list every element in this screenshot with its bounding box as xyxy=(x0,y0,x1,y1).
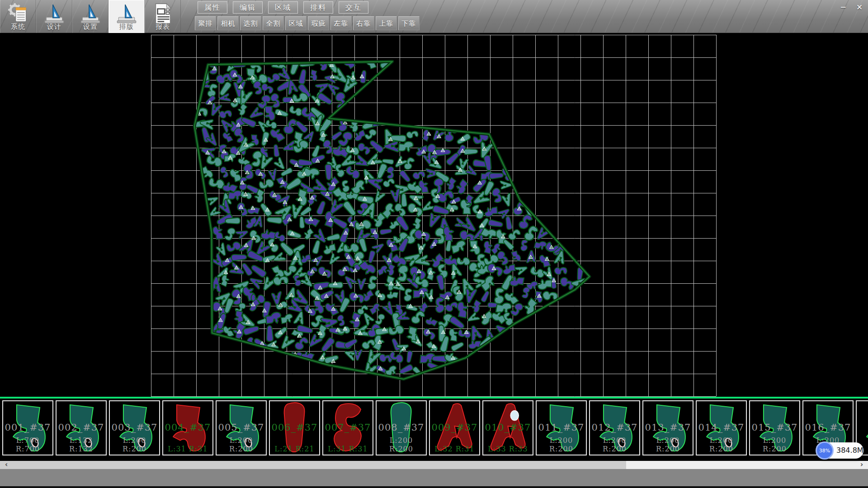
tool-align-top[interactable]: 上靠 xyxy=(376,16,397,30)
horizontal-scrollbar[interactable]: ‹ › xyxy=(0,461,868,469)
tool-bar: 聚排相机选割全割区域瑕疵左靠右靠上靠下靠 xyxy=(195,16,420,31)
tab-label: 设计 xyxy=(47,23,61,31)
thumbnail-cell-002_#37[interactable]: 002_#37L:132 R:132 xyxy=(56,400,107,455)
progress-badge: 38% 384.8M xyxy=(816,442,863,459)
tool-select-cut[interactable]: 选割 xyxy=(240,16,261,30)
piece-lr-count: L:132 R:132 xyxy=(57,436,106,453)
title-toolbar: 系统设计设置排版报表 属性编辑区域排料交互 聚排相机选割全割区域瑕疵左靠右靠上靠… xyxy=(0,0,868,33)
tool-cut-all[interactable]: 全割 xyxy=(263,16,284,30)
thumbnail-cell-015_#37[interactable]: 015_#37L:200 R:200 xyxy=(749,400,800,455)
thumbnail-cell-009_#37[interactable]: 009_#37L:32 R:31 xyxy=(429,400,480,455)
piece-lr-count: L:200 R:200 xyxy=(643,436,693,453)
tab-settings[interactable]: 设置 xyxy=(72,0,108,33)
menu-bar: 属性编辑区域排料交互 xyxy=(198,1,368,14)
tool-camera[interactable]: 相机 xyxy=(217,16,239,30)
tab-label: 报表 xyxy=(156,23,170,31)
system-icon xyxy=(7,2,29,23)
piece-lr-count: L:21 R:21 xyxy=(270,445,319,453)
application-window: 系统设计设置排版报表 属性编辑区域排料交互 聚排相机选割全割区域瑕疵左靠右靠上靠… xyxy=(0,0,868,488)
report-icon xyxy=(151,2,174,23)
thumbnail-cell-014_#37[interactable]: 014_#37L:200 R:200 xyxy=(696,400,747,455)
piece-lr-count: L:32 R:31 xyxy=(430,445,479,453)
tab-layout[interactable]: 排版 xyxy=(108,0,145,33)
thumbnail-cell-011_#37[interactable]: 011_#37L:200 R:200 xyxy=(536,400,587,455)
piece-lr-count: L:31 R:31 xyxy=(323,445,373,453)
thumbnail-cell-007_#37[interactable]: 007_#37L:31 R:31 xyxy=(322,400,373,455)
thumbnail-cell-008_#37[interactable]: 008_#37L:200 R:200 xyxy=(376,400,427,455)
piece-lr-count: L:200 R:200 xyxy=(110,436,159,453)
tab-label: 系统 xyxy=(11,23,25,31)
tool-align-bottom[interactable]: 下靠 xyxy=(398,16,420,30)
piece-id: 009_#37 xyxy=(430,422,479,433)
piece-lr-count: L:200 R:200 xyxy=(377,436,426,453)
main-tab-bar: 系统设计设置排版报表 xyxy=(0,0,181,33)
thumbnail-cell-004_#37[interactable]: 004_#37L:31 R:31 xyxy=(162,400,213,455)
tool-align-right[interactable]: 右靠 xyxy=(353,16,374,30)
piece-lr-count: L:700 R:700 xyxy=(3,436,52,453)
piece-lr-count: L:31 R:31 xyxy=(163,445,212,453)
tool-align-left[interactable]: 左靠 xyxy=(330,16,352,30)
piece-lr-count: L:200 R:200 xyxy=(537,436,586,453)
piece-id: 005_#37 xyxy=(217,422,266,433)
menu-attributes[interactable]: 属性 xyxy=(198,1,227,14)
window-controls: ─ ✕ xyxy=(836,1,866,13)
thumbnail-cell-005_#37[interactable]: 005_#37L:200 R:200 xyxy=(216,400,267,455)
square-icon xyxy=(43,2,66,23)
piece-id: 016_#37 xyxy=(803,422,853,433)
tab-report[interactable]: 报表 xyxy=(145,0,181,33)
piece-id: 013_#37 xyxy=(643,422,693,433)
piece-lr-count: L:200 R:200 xyxy=(697,436,746,453)
piece-lr-count: L:200 R:200 xyxy=(750,436,799,453)
thumbnail-cell-010_#37[interactable]: 010_#37L:33 R:33 xyxy=(482,400,533,455)
thumbnail-cell-006_#37[interactable]: 006_#37L:21 R:21 xyxy=(269,400,320,455)
memory-usage: 384.8M xyxy=(836,442,863,459)
piece-lr-count: L:200 R:200 xyxy=(217,436,266,453)
piece-id: 002_#37 xyxy=(57,422,106,433)
menu-region[interactable]: 区域 xyxy=(268,1,298,14)
menu-nesting[interactable]: 排料 xyxy=(303,1,333,14)
tab-design[interactable]: 设计 xyxy=(36,0,72,33)
piece-id: 015_#37 xyxy=(750,422,799,433)
thumbnail-cell-013_#37[interactable]: 013_#37L:200 R:200 xyxy=(642,400,693,455)
piece-lr-count: L:200 R:200 xyxy=(590,436,639,453)
piece-id: 010_#37 xyxy=(483,422,533,433)
progress-percent: 38% xyxy=(816,441,834,460)
thumbnail-cell-003_#37[interactable]: 003_#37L:200 R:200 xyxy=(109,400,160,455)
minimize-button[interactable]: ─ xyxy=(836,1,850,13)
scroll-right-arrow-icon[interactable]: › xyxy=(855,461,868,469)
piece-lr-count: L:33 R:33 xyxy=(483,445,533,453)
piece-id: 006_#37 xyxy=(270,422,319,433)
scroll-left-arrow-icon[interactable]: ‹ xyxy=(0,461,13,469)
nesting-canvas[interactable] xyxy=(0,33,868,397)
close-button[interactable]: ✕ xyxy=(853,1,866,13)
piece-id: 004_#37 xyxy=(163,422,212,433)
piece-id: 008_#37 xyxy=(377,422,426,433)
thumbnail-cell-012_#37[interactable]: 012_#37L:200 R:200 xyxy=(589,400,640,455)
square-icon xyxy=(79,2,102,23)
piece-id: 001_#37 xyxy=(3,422,52,433)
piece-id: 014_#37 xyxy=(697,422,746,433)
scrollbar-thumb[interactable] xyxy=(13,461,626,469)
square-icon xyxy=(115,2,138,23)
status-bar xyxy=(0,469,868,486)
tool-cluster-nest[interactable]: 聚排 xyxy=(195,16,216,30)
tool-region[interactable]: 区域 xyxy=(285,16,307,30)
filmstrip-accent-line xyxy=(0,397,868,399)
piece-id: 007_#37 xyxy=(323,422,373,433)
tab-label: 排版 xyxy=(119,23,134,31)
thumbnail-cell-001_#37[interactable]: 001_#37L:700 R:700 xyxy=(2,400,53,455)
piece-filmstrip: 001_#37L:700 R:700002_#37L:132 R:132003_… xyxy=(0,397,868,461)
tab-label: 设置 xyxy=(83,23,98,31)
piece-id: 012_#37 xyxy=(590,422,639,433)
tab-system[interactable]: 系统 xyxy=(0,0,36,33)
tool-defect[interactable]: 瑕疵 xyxy=(308,16,329,30)
menu-edit[interactable]: 编辑 xyxy=(233,1,263,14)
piece-id: 011_#37 xyxy=(537,422,586,433)
menu-interaction[interactable]: 交互 xyxy=(339,1,368,14)
bottom-edge xyxy=(0,486,868,488)
piece-id: 003_#37 xyxy=(110,422,159,433)
